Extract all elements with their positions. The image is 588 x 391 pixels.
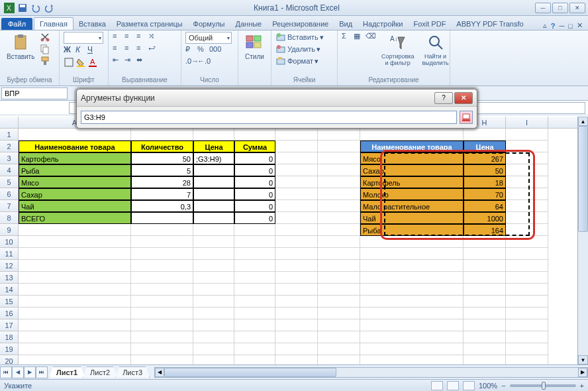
- row-header[interactable]: 7: [0, 200, 19, 212]
- cell[interactable]: Картофель: [19, 152, 131, 164]
- cell[interactable]: [19, 224, 131, 236]
- vertical-scrollbar[interactable]: ▲ ▼: [577, 117, 588, 364]
- cell[interactable]: [506, 260, 548, 272]
- fill-icon[interactable]: ▦: [354, 32, 364, 42]
- cell[interactable]: [506, 272, 548, 284]
- cell[interactable]: Наименование товара: [360, 140, 464, 152]
- cell[interactable]: [193, 331, 234, 343]
- cell[interactable]: [464, 307, 506, 319]
- cell[interactable]: [19, 319, 131, 331]
- cell[interactable]: [318, 129, 360, 140]
- window-close-icon[interactable]: ✕: [577, 21, 583, 30]
- cell[interactable]: [318, 260, 360, 272]
- cell[interactable]: 18: [464, 176, 506, 188]
- cell[interactable]: Рыба: [19, 164, 131, 176]
- cell[interactable]: [318, 319, 360, 331]
- merge-icon[interactable]: ⬌: [136, 56, 147, 66]
- cell[interactable]: [506, 212, 548, 224]
- col-header[interactable]: I: [506, 117, 548, 128]
- cell[interactable]: [131, 129, 193, 140]
- cell[interactable]: [193, 307, 234, 319]
- cell[interactable]: [275, 331, 318, 343]
- cell[interactable]: [318, 272, 360, 284]
- cell[interactable]: [234, 296, 275, 307]
- cell[interactable]: [506, 188, 548, 200]
- row-header[interactable]: 19: [0, 343, 19, 355]
- cell[interactable]: [275, 248, 318, 260]
- cell[interactable]: [506, 224, 548, 236]
- cell[interactable]: [234, 307, 275, 319]
- tab-abbyy[interactable]: ABBYY PDF Transfo: [451, 18, 528, 30]
- cell[interactable]: [131, 248, 193, 260]
- paste-button[interactable]: Вставить: [4, 32, 37, 62]
- cell[interactable]: [360, 260, 464, 272]
- cell[interactable]: [234, 260, 275, 272]
- cell[interactable]: [275, 284, 318, 296]
- copy-icon[interactable]: [40, 44, 50, 54]
- align-top-icon[interactable]: ≡: [113, 32, 123, 42]
- help-icon[interactable]: ?: [551, 22, 556, 30]
- window-restore-icon[interactable]: □: [568, 22, 573, 30]
- cell[interactable]: Сумма: [234, 140, 275, 152]
- cell[interactable]: [131, 319, 193, 331]
- scroll-right-icon[interactable]: ▶: [578, 368, 587, 377]
- cell[interactable]: [360, 296, 464, 307]
- row-header[interactable]: 11: [0, 248, 19, 260]
- cell[interactable]: 164: [464, 224, 506, 236]
- dialog-titlebar[interactable]: Аргументы функции ? ✕: [77, 89, 477, 107]
- cell[interactable]: Цена: [193, 140, 234, 152]
- cell[interactable]: [131, 260, 193, 272]
- zoom-slider[interactable]: [510, 384, 576, 387]
- cell[interactable]: [275, 236, 318, 248]
- cell[interactable]: Мясо: [19, 176, 131, 188]
- align-left-icon[interactable]: ≡: [113, 44, 123, 54]
- cell[interactable]: [506, 307, 548, 319]
- cell[interactable]: [19, 284, 131, 296]
- cell[interactable]: [464, 129, 506, 140]
- cell[interactable]: [275, 307, 318, 319]
- cell[interactable]: Сахар: [360, 164, 464, 176]
- fill-color-icon[interactable]: [75, 57, 86, 68]
- view-normal-icon[interactable]: [431, 381, 443, 390]
- scroll-up-icon[interactable]: ▲: [578, 117, 588, 126]
- cell[interactable]: [318, 212, 360, 224]
- minimize-button[interactable]: ─: [535, 3, 551, 13]
- tab-review[interactable]: Рецензирование: [267, 18, 334, 30]
- cell[interactable]: [193, 224, 234, 236]
- cell[interactable]: 0: [234, 152, 275, 164]
- cell[interactable]: 64: [464, 200, 506, 212]
- cell[interactable]: [131, 307, 193, 319]
- cell[interactable]: [464, 355, 506, 364]
- cell[interactable]: Мясо: [360, 152, 464, 164]
- tab-view[interactable]: Вид: [334, 18, 358, 30]
- select-all-corner[interactable]: [0, 117, 19, 128]
- cell[interactable]: [506, 331, 548, 343]
- cell[interactable]: Рыба: [360, 224, 464, 236]
- clear-icon[interactable]: ⌫: [366, 32, 376, 42]
- align-center-icon[interactable]: ≡: [124, 44, 135, 54]
- cell[interactable]: [193, 188, 234, 200]
- cell[interactable]: [318, 248, 360, 260]
- cell[interactable]: [318, 140, 360, 152]
- cell[interactable]: [275, 355, 318, 364]
- row-header[interactable]: 1: [0, 129, 19, 140]
- cell[interactable]: ВСЕГО: [19, 212, 131, 224]
- row-header[interactable]: 20: [0, 355, 19, 364]
- cell[interactable]: [19, 331, 131, 343]
- cell[interactable]: [360, 236, 464, 248]
- cell[interactable]: [131, 212, 193, 224]
- row-header[interactable]: 2: [0, 140, 19, 152]
- font-combo[interactable]: [64, 32, 103, 44]
- cell[interactable]: [506, 319, 548, 331]
- cell[interactable]: Мало растительное: [360, 200, 464, 212]
- tab-insert[interactable]: Вставка: [74, 18, 111, 30]
- bold-icon[interactable]: Ж: [64, 45, 74, 56]
- undo-icon[interactable]: [30, 3, 41, 13]
- cell[interactable]: [360, 272, 464, 284]
- border-icon[interactable]: [64, 57, 74, 68]
- cell[interactable]: 7: [131, 188, 193, 200]
- cell[interactable]: [360, 129, 464, 140]
- cell[interactable]: [275, 164, 318, 176]
- cell[interactable]: [275, 176, 318, 188]
- cell[interactable]: [19, 307, 131, 319]
